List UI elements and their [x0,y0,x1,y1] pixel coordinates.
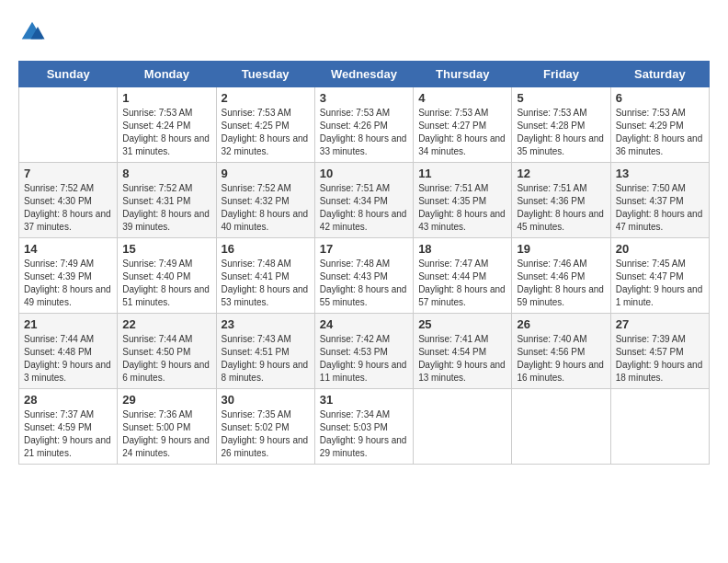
day-info: Sunrise: 7:52 AMSunset: 4:32 PMDaylight:… [222,182,310,234]
day-info: Sunrise: 7:52 AMSunset: 4:31 PMDaylight:… [122,182,210,234]
day-number: 5 [517,91,605,105]
day-info: Sunrise: 7:44 AMSunset: 4:50 PMDaylight:… [122,333,210,385]
calendar-cell: 18Sunrise: 7:47 AMSunset: 4:44 PMDayligh… [414,238,512,314]
day-number: 10 [320,167,408,180]
day-number: 3 [320,91,408,105]
day-info: Sunrise: 7:41 AMSunset: 4:54 PMDaylight:… [418,333,506,385]
day-number: 8 [122,167,210,180]
day-number: 20 [616,242,704,256]
calendar-cell: 30Sunrise: 7:35 AMSunset: 5:02 PMDayligh… [216,389,314,465]
day-info: Sunrise: 7:53 AMSunset: 4:28 PMDaylight:… [517,107,605,158]
day-number: 22 [122,317,210,331]
calendar-cell: 22Sunrise: 7:44 AMSunset: 4:50 PMDayligh… [118,314,216,389]
day-number: 25 [418,317,506,331]
day-number: 28 [24,393,112,407]
day-info: Sunrise: 7:42 AMSunset: 4:53 PMDaylight:… [320,333,408,385]
calendar-cell: 9Sunrise: 7:52 AMSunset: 4:32 PMDaylight… [216,163,314,238]
day-number: 18 [418,242,506,256]
calendar-cell: 4Sunrise: 7:53 AMSunset: 4:27 PMDaylight… [414,87,512,163]
column-header-wednesday: Wednesday [314,62,413,87]
day-info: Sunrise: 7:53 AMSunset: 4:26 PMDaylight:… [320,107,408,158]
calendar-cell [610,389,709,465]
day-number: 12 [517,167,605,180]
day-info: Sunrise: 7:46 AMSunset: 4:46 PMDaylight:… [517,258,605,309]
day-info: Sunrise: 7:53 AMSunset: 4:27 PMDaylight:… [418,107,506,158]
day-info: Sunrise: 7:40 AMSunset: 4:56 PMDaylight:… [517,333,605,385]
day-number: 19 [517,242,605,256]
day-info: Sunrise: 7:44 AMSunset: 4:48 PMDaylight:… [24,333,112,385]
calendar-cell [19,87,118,163]
calendar-cell: 2Sunrise: 7:53 AMSunset: 4:25 PMDaylight… [216,87,314,163]
calendar-cell: 5Sunrise: 7:53 AMSunset: 4:28 PMDaylight… [512,87,610,163]
day-info: Sunrise: 7:53 AMSunset: 4:25 PMDaylight:… [222,107,310,158]
calendar-week-row: 1Sunrise: 7:53 AMSunset: 4:24 PMDaylight… [19,87,710,163]
calendar-cell: 1Sunrise: 7:53 AMSunset: 4:24 PMDaylight… [118,87,216,163]
calendar-cell: 13Sunrise: 7:50 AMSunset: 4:37 PMDayligh… [610,163,709,238]
day-number: 27 [616,317,704,331]
day-number: 2 [222,91,310,105]
day-info: Sunrise: 7:51 AMSunset: 4:34 PMDaylight:… [320,182,408,234]
day-number: 30 [222,393,310,407]
day-info: Sunrise: 7:37 AMSunset: 4:59 PMDaylight:… [24,408,112,460]
day-info: Sunrise: 7:52 AMSunset: 4:30 PMDaylight:… [24,182,112,234]
calendar-cell: 7Sunrise: 7:52 AMSunset: 4:30 PMDaylight… [19,163,118,238]
column-header-friday: Friday [512,62,610,87]
calendar-week-row: 7Sunrise: 7:52 AMSunset: 4:30 PMDaylight… [19,163,710,238]
column-header-monday: Monday [118,62,216,87]
day-number: 16 [222,242,310,256]
calendar-cell: 21Sunrise: 7:44 AMSunset: 4:48 PMDayligh… [19,314,118,389]
calendar-week-row: 28Sunrise: 7:37 AMSunset: 4:59 PMDayligh… [19,389,710,465]
day-info: Sunrise: 7:51 AMSunset: 4:35 PMDaylight:… [418,182,506,234]
calendar-cell [414,389,512,465]
calendar-cell: 16Sunrise: 7:48 AMSunset: 4:41 PMDayligh… [216,238,314,314]
day-number: 31 [320,393,408,407]
calendar-cell: 11Sunrise: 7:51 AMSunset: 4:35 PMDayligh… [414,163,512,238]
calendar-cell: 8Sunrise: 7:52 AMSunset: 4:31 PMDaylight… [118,163,216,238]
day-number: 23 [222,317,310,331]
day-info: Sunrise: 7:45 AMSunset: 4:47 PMDaylight:… [616,258,704,309]
calendar-cell: 24Sunrise: 7:42 AMSunset: 4:53 PMDayligh… [314,314,413,389]
day-info: Sunrise: 7:34 AMSunset: 5:03 PMDaylight:… [320,408,408,460]
day-info: Sunrise: 7:53 AMSunset: 4:24 PMDaylight:… [122,107,210,158]
day-number: 4 [418,91,506,105]
day-info: Sunrise: 7:47 AMSunset: 4:44 PMDaylight:… [418,258,506,309]
calendar-cell: 29Sunrise: 7:36 AMSunset: 5:00 PMDayligh… [118,389,216,465]
day-info: Sunrise: 7:48 AMSunset: 4:41 PMDaylight:… [222,258,310,309]
calendar-cell: 31Sunrise: 7:34 AMSunset: 5:03 PMDayligh… [314,389,413,465]
day-info: Sunrise: 7:49 AMSunset: 4:39 PMDaylight:… [24,258,112,309]
day-number: 26 [517,317,605,331]
day-info: Sunrise: 7:53 AMSunset: 4:29 PMDaylight:… [616,107,704,158]
logo [18,18,50,46]
calendar-cell: 6Sunrise: 7:53 AMSunset: 4:29 PMDaylight… [610,87,709,163]
day-info: Sunrise: 7:39 AMSunset: 4:57 PMDaylight:… [616,333,704,385]
calendar-week-row: 14Sunrise: 7:49 AMSunset: 4:39 PMDayligh… [19,238,710,314]
calendar-header-row: SundayMondayTuesdayWednesdayThursdayFrid… [19,62,710,87]
calendar-cell: 27Sunrise: 7:39 AMSunset: 4:57 PMDayligh… [610,314,709,389]
calendar-cell: 3Sunrise: 7:53 AMSunset: 4:26 PMDaylight… [314,87,413,163]
day-info: Sunrise: 7:43 AMSunset: 4:51 PMDaylight:… [222,333,310,385]
day-number: 14 [24,242,112,256]
day-number: 6 [616,91,704,105]
page-header [18,18,710,46]
logo-icon [18,18,46,46]
day-number: 24 [320,317,408,331]
calendar-cell: 17Sunrise: 7:48 AMSunset: 4:43 PMDayligh… [314,238,413,314]
day-number: 7 [24,167,112,180]
column-header-thursday: Thursday [414,62,512,87]
day-number: 15 [122,242,210,256]
calendar-cell: 23Sunrise: 7:43 AMSunset: 4:51 PMDayligh… [216,314,314,389]
day-number: 1 [122,91,210,105]
calendar-week-row: 21Sunrise: 7:44 AMSunset: 4:48 PMDayligh… [19,314,710,389]
calendar-cell: 25Sunrise: 7:41 AMSunset: 4:54 PMDayligh… [414,314,512,389]
calendar-table: SundayMondayTuesdayWednesdayThursdayFrid… [18,61,710,465]
day-info: Sunrise: 7:35 AMSunset: 5:02 PMDaylight:… [222,408,310,460]
calendar-cell: 12Sunrise: 7:51 AMSunset: 4:36 PMDayligh… [512,163,610,238]
day-number: 17 [320,242,408,256]
calendar-cell: 19Sunrise: 7:46 AMSunset: 4:46 PMDayligh… [512,238,610,314]
day-number: 9 [222,167,310,180]
day-number: 29 [122,393,210,407]
column-header-tuesday: Tuesday [216,62,314,87]
calendar-cell: 15Sunrise: 7:49 AMSunset: 4:40 PMDayligh… [118,238,216,314]
day-info: Sunrise: 7:51 AMSunset: 4:36 PMDaylight:… [517,182,605,234]
column-header-sunday: Sunday [19,62,118,87]
